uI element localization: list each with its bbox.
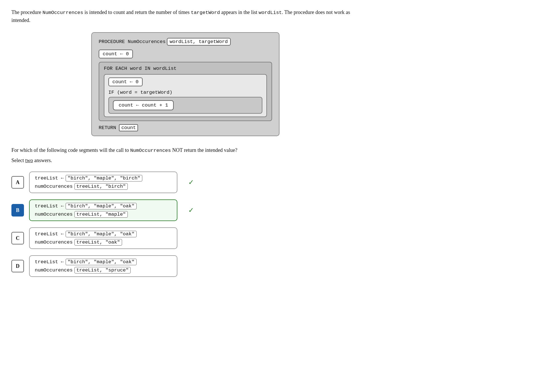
c-line2-pre: numOccurences [35, 240, 73, 245]
answer-a-line1: treeList ← "birch", "maple", "birch" [35, 175, 172, 181]
proc-name-inline: NumOccurrences [42, 10, 83, 15]
d-line1-pre: treeList ← [35, 259, 64, 265]
return-line: RETURN count [99, 125, 272, 130]
answer-a-line2: numOccurences treeList, "birch" [35, 183, 172, 190]
procedure-outer-block: PROCEDURE NumOccurences wordList, target… [91, 32, 279, 136]
answer-d-line2: numOccurences treeList, "spruce" [35, 267, 172, 273]
answer-content-b[interactable]: treeList ← "birch", "maple", "oak" numOc… [29, 199, 177, 221]
if-keyword: IF (word = targetWord) [108, 90, 172, 95]
for-each-block: FOR EACH word IN wordList count ← 0 IF (… [99, 62, 272, 121]
select-instruction: Select two answers. [11, 158, 359, 164]
answer-label-c[interactable]: C [11, 232, 24, 244]
answer-b-line2: numOccurences treeList, "maple" [35, 211, 172, 218]
b-line1-pre: treeList ← [35, 203, 64, 209]
question-text: For which of the following code segments… [11, 146, 359, 154]
c-line2-values: treeList, "oak" [74, 239, 122, 246]
procedure-title-line: PROCEDURE NumOccurences wordList, target… [99, 38, 272, 46]
b-line2-pre: numOccurences [35, 212, 73, 217]
c-line1-values: "birch", "maple", "oak" [66, 231, 137, 237]
a-line1-pre: treeList ← [35, 175, 64, 181]
select-count: two [25, 158, 33, 163]
answer-b-line1: treeList ← "birch", "maple", "oak" [35, 203, 172, 209]
target-word-inline: targetWord [191, 10, 220, 15]
answer-row-d[interactable]: D treeList ← "birch", "maple", "oak" num… [11, 255, 359, 277]
answer-row-c[interactable]: C treeList ← "birch", "maple", "oak" num… [11, 227, 359, 249]
count-update-line: count ← count + 1 [113, 100, 174, 110]
c-line1-pre: treeList ← [35, 231, 64, 237]
word-list-inline: wordList [259, 10, 282, 15]
d-line2-pre: numOccurences [35, 268, 73, 273]
a-line2-pre: numOccurences [35, 184, 73, 189]
a-line1-values: "birch", "maple", "birch" [66, 175, 142, 181]
count-init-line: count ← 0 [99, 50, 133, 58]
answer-b-checkmark: ✓ [188, 206, 194, 214]
question-proc-name: NumOccurrences [130, 148, 171, 153]
answer-a-checkmark: ✓ [188, 178, 194, 186]
procedure-keyword: PROCEDURE NumOccurences [99, 39, 166, 44]
count-reset-line: count ← 0 [108, 77, 143, 86]
answer-c-line2: numOccurences treeList, "oak" [35, 239, 172, 246]
answer-content-a[interactable]: treeList ← "birch", "maple", "birch" num… [29, 172, 177, 193]
answer-row-b[interactable]: B treeList ← "birch", "maple", "oak" num… [11, 199, 359, 221]
answer-label-b[interactable]: B [11, 204, 24, 217]
a-line2-values: treeList, "birch" [74, 183, 128, 190]
procedure-params-box: wordList, targetWord [167, 38, 231, 46]
d-line1-values: "birch", "maple", "oak" [66, 259, 137, 265]
b-line1-values: "birch", "maple", "oak" [66, 203, 137, 209]
for-each-label: FOR EACH word IN wordList [104, 66, 267, 71]
answer-row-a[interactable]: A treeList ← "birch", "maple", "birch" n… [11, 172, 359, 193]
if-inner-block: count ← count + 1 [108, 97, 262, 114]
answer-label-d[interactable]: D [11, 260, 24, 272]
answer-c-line1: treeList ← "birch", "maple", "oak" [35, 231, 172, 237]
if-label-line: IF (word = targetWord) [108, 89, 262, 95]
intro-paragraph: The procedure NumOccurrences is intended… [11, 9, 359, 24]
b-line2-values: treeList, "maple" [74, 211, 128, 218]
answer-label-a[interactable]: A [11, 176, 24, 189]
answer-content-c[interactable]: treeList ← "birch", "maple", "oak" numOc… [29, 227, 177, 249]
d-line2-values: treeList, "spruce" [74, 267, 131, 273]
return-var-box: count [119, 124, 138, 131]
answer-d-line1: treeList ← "birch", "maple", "oak" [35, 259, 172, 265]
answer-choices: A treeList ← "birch", "maple", "birch" n… [11, 172, 359, 277]
return-keyword: RETURN [99, 125, 116, 130]
answer-content-d[interactable]: treeList ← "birch", "maple", "oak" numOc… [29, 255, 177, 277]
inner-block: count ← 0 IF (word = targetWord) count ←… [104, 74, 267, 117]
procedure-diagram: PROCEDURE NumOccurences wordList, target… [11, 32, 359, 136]
